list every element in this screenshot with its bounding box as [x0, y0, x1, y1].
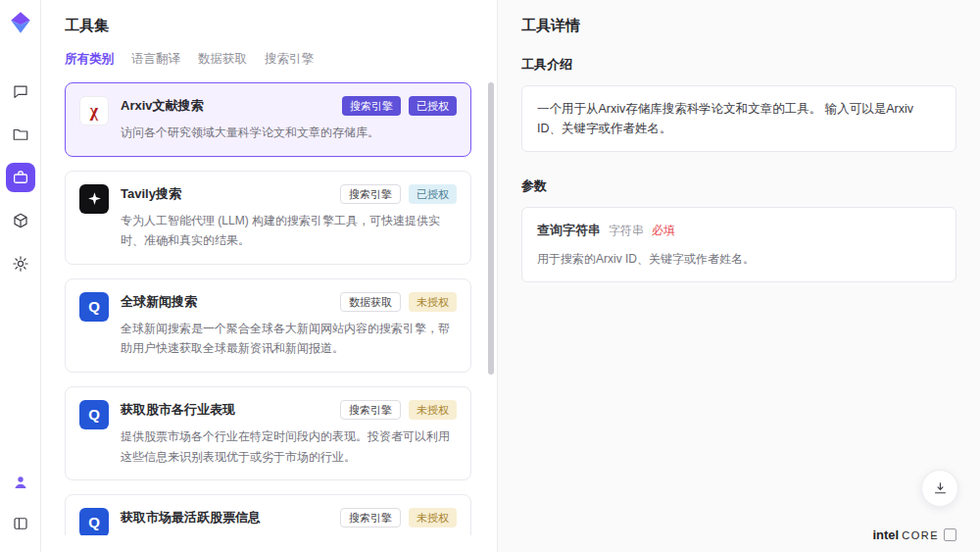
- download-button[interactable]: [921, 470, 958, 507]
- tool-head: 全球新闻搜索 数据获取 未授权: [121, 292, 457, 312]
- sidebar-nav: [6, 76, 35, 278]
- tool-name: 全球新闻搜索: [121, 293, 197, 311]
- tool-badges: 搜索引擎 未授权: [340, 508, 457, 527]
- intro-box: 一个用于从Arxiv存储库搜索科学论文和文章的工具。 输入可以是Arxiv ID…: [521, 85, 956, 152]
- download-icon: [932, 480, 949, 497]
- intro-text: 一个用于从Arxiv存储库搜索科学论文和文章的工具。 输入可以是Arxiv ID…: [537, 102, 913, 135]
- tool-badges: 搜索引擎 已授权: [340, 184, 457, 204]
- user-icon: [12, 474, 29, 491]
- chat-icon: [12, 82, 29, 100]
- tool-auth-badge: 已授权: [409, 96, 457, 116]
- tool-auth-badge: 未授权: [409, 508, 457, 527]
- tool-badges: 数据获取 未授权: [340, 292, 457, 312]
- tab-1[interactable]: 语言翻译: [131, 51, 180, 68]
- param-required-badge: 必填: [652, 222, 675, 240]
- tool-body: Arxiv文献搜索 搜索引擎 已授权 访问各个研究领域大量科学论文和文章的存储库…: [121, 96, 457, 143]
- sidebar-item-tools[interactable]: [6, 163, 35, 192]
- category-tabs: 所有类别语言翻译数据获取搜索引擎: [65, 51, 471, 68]
- tool-card[interactable]: Q 获取股市各行业表现 搜索引擎 未授权 提供股票市场各个行业在特定时间段内的表…: [65, 386, 471, 480]
- tools-panel: 工具集 所有类别语言翻译数据获取搜索引擎 χ Arxiv文献搜索 搜索引擎 已授…: [41, 0, 498, 552]
- sidebar-item-collapse[interactable]: [6, 509, 35, 538]
- sidebar-item-plugins[interactable]: [6, 206, 35, 235]
- tool-auth-badge: 未授权: [409, 292, 457, 312]
- package-icon: [12, 212, 29, 229]
- tool-badges: 搜索引擎 未授权: [340, 400, 457, 420]
- tool-body: 获取股市各行业表现 搜索引擎 未授权 提供股票市场各个行业在特定时间段内的表现。…: [121, 400, 457, 467]
- param-box: 查询字符串 字符串 必填 用于搜索的Arxiv ID、关键字或作者姓名。: [521, 207, 956, 282]
- tool-description: 专为人工智能代理 (LLM) 构建的搜索引擎工具，可快速提供实时、准确和真实的结…: [121, 211, 457, 251]
- sidebar-item-user[interactable]: [6, 468, 35, 497]
- folder-icon: [12, 125, 29, 143]
- panel-icon: [12, 515, 29, 532]
- tool-auth-badge: 未授权: [409, 400, 457, 420]
- tool-category-badge: 搜索引擎: [340, 184, 401, 204]
- app: 工具集 所有类别语言翻译数据获取搜索引擎 χ Arxiv文献搜索 搜索引擎 已授…: [0, 0, 980, 552]
- tool-body: Tavily搜索 搜索引擎 已授权 专为人工智能代理 (LLM) 构建的搜索引擎…: [121, 184, 457, 251]
- tool-category-badge: 数据获取: [340, 292, 401, 312]
- intel-wordmark: intel: [872, 527, 899, 542]
- tab-2[interactable]: 数据获取: [198, 51, 247, 68]
- tool-body: 获取市场最活跃股票信息 搜索引擎 未授权 提供当天交易量最高的股票列表，投资者可…: [121, 508, 457, 535]
- intel-core-logo: intel CORE: [872, 527, 956, 542]
- tool-badges: 搜索引擎 已授权: [342, 96, 457, 116]
- intro-heading: 工具介绍: [521, 56, 956, 74]
- tool-head: Tavily搜索 搜索引擎 已授权: [121, 184, 457, 204]
- qsearch-icon: Q: [79, 400, 109, 429]
- param-type: 字符串: [609, 222, 644, 240]
- tool-body: 全球新闻搜索 数据获取 未授权 全球新闻搜索是一个聚合全球各大新闻网站内容的搜索…: [121, 292, 457, 359]
- tool-description: 提供当天交易量最高的股票列表，投资者可以利用这些信息来识别流动性强的股票和潜在的…: [121, 534, 457, 535]
- core-wordmark: CORE: [902, 529, 939, 541]
- intel-chip-badge: [944, 528, 956, 541]
- app-logo-icon[interactable]: [8, 10, 33, 35]
- params-heading: 参数: [521, 177, 956, 195]
- settings-icon: [12, 255, 29, 273]
- sidebar-bottom: [6, 468, 35, 538]
- sidebar-item-files[interactable]: [6, 120, 35, 149]
- tool-category-badge: 搜索引擎: [340, 400, 401, 420]
- tool-name: 获取市场最活跃股票信息: [121, 509, 261, 527]
- qsearch-icon: Q: [79, 292, 109, 322]
- arxiv-icon: χ: [79, 96, 109, 125]
- param-name: 查询字符串: [537, 221, 601, 241]
- detail-panel: 工具详情 工具介绍 一个用于从Arxiv存储库搜索科学论文和文章的工具。 输入可…: [498, 0, 980, 552]
- tool-category-badge: 搜索引擎: [340, 508, 401, 527]
- param-head: 查询字符串 字符串 必填: [537, 221, 941, 241]
- tavily-icon: [79, 184, 109, 214]
- tool-auth-badge: 已授权: [409, 184, 457, 204]
- tool-card[interactable]: Tavily搜索 搜索引擎 已授权 专为人工智能代理 (LLM) 构建的搜索引擎…: [65, 171, 471, 265]
- briefcase-icon: [12, 169, 29, 186]
- panel-title: 工具集: [65, 17, 471, 35]
- param-description: 用于搜索的Arxiv ID、关键字或作者姓名。: [537, 250, 941, 269]
- tool-description: 提供股票市场各个行业在特定时间段内的表现。投资者可以利用这些信息来识别表现优于或…: [121, 427, 457, 467]
- tool-head: 获取市场最活跃股票信息 搜索引擎 未授权: [121, 508, 457, 527]
- tool-head: 获取股市各行业表现 搜索引擎 未授权: [121, 400, 457, 420]
- sidebar: [0, 0, 41, 552]
- tool-name: 获取股市各行业表现: [121, 401, 235, 419]
- tool-name: Tavily搜索: [121, 185, 181, 203]
- tool-category-badge: 搜索引擎: [342, 96, 401, 116]
- tool-description: 访问各个研究领域大量科学论文和文章的存储库。: [121, 123, 457, 142]
- sidebar-item-chat[interactable]: [6, 76, 35, 106]
- scrollbar[interactable]: [488, 82, 494, 375]
- tool-head: Arxiv文献搜索 搜索引擎 已授权: [121, 96, 457, 116]
- qsearch-icon: Q: [79, 508, 109, 535]
- tool-card[interactable]: Q 获取市场最活跃股票信息 搜索引擎 未授权 提供当天交易量最高的股票列表，投资…: [65, 494, 471, 535]
- tool-name: Arxiv文献搜索: [121, 97, 204, 115]
- tool-card[interactable]: χ Arxiv文献搜索 搜索引擎 已授权 访问各个研究领域大量科学论文和文章的存…: [65, 82, 471, 157]
- tool-description: 全球新闻搜索是一个聚合全球各大新闻网站内容的搜索引擎，帮助用户快速获取全球最新资…: [121, 319, 457, 359]
- detail-title: 工具详情: [521, 17, 956, 35]
- tool-list: χ Arxiv文献搜索 搜索引擎 已授权 访问各个研究领域大量科学论文和文章的存…: [65, 82, 471, 535]
- tool-card[interactable]: Q 全球新闻搜索 数据获取 未授权 全球新闻搜索是一个聚合全球各大新闻网站内容的…: [65, 278, 471, 373]
- tab-3[interactable]: 搜索引擎: [265, 51, 314, 68]
- sidebar-item-settings[interactable]: [6, 249, 35, 278]
- tab-0[interactable]: 所有类别: [65, 51, 114, 68]
